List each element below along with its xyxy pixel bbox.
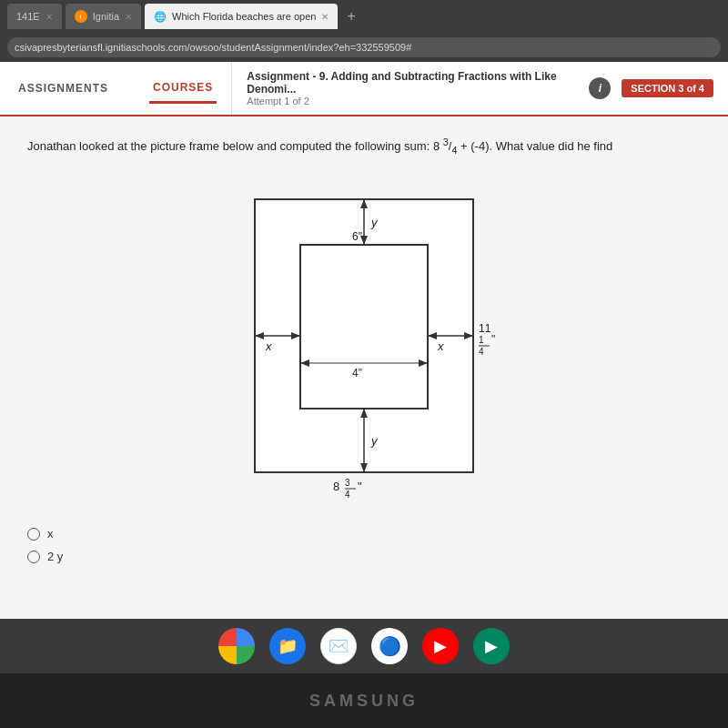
address-input[interactable]: csivapresbyteriansfl.ignitiaschools.com/… — [7, 37, 721, 57]
gmail-icon[interactable]: ✉️ — [320, 628, 357, 664]
svg-text:1: 1 — [479, 335, 484, 345]
tab-ignitia-close[interactable]: ✕ — [125, 12, 132, 22]
browser-tabs: 141E ✕ i Ignitia ✕ 🌐 Which Florida beach… — [0, 0, 728, 33]
svg-text:": " — [358, 480, 362, 493]
tab-141e[interactable]: 141E ✕ — [7, 4, 62, 29]
assignment-info: Assignment - 9. Adding and Subtracting F… — [231, 62, 574, 115]
info-button[interactable]: i — [589, 77, 611, 99]
address-text: csivapresbyteriansfl.ignitiaschools.com/… — [15, 42, 411, 53]
samsung-bar: SAMSUNG — [0, 673, 728, 728]
choice-x-label: x — [47, 527, 54, 541]
svg-text:x: x — [265, 339, 272, 353]
answer-choices: x 2 y — [27, 527, 701, 563]
tab-141e-close[interactable]: ✕ — [46, 12, 53, 22]
svg-rect-1 — [300, 245, 428, 409]
tab-florida-icon: 🌐 — [154, 11, 167, 23]
samsung-text: SAMSUNG — [309, 692, 419, 711]
svg-text:8: 8 — [333, 480, 339, 493]
choice-x[interactable]: x — [27, 527, 701, 541]
tab-ignitia-label: Ignitia — [93, 11, 119, 22]
new-tab-button[interactable]: + — [341, 8, 360, 25]
svg-text:": " — [491, 333, 495, 346]
section-badge: SECTION 3 of 4 — [622, 79, 713, 97]
question-text: Jonathan looked at the picture frame bel… — [27, 135, 701, 157]
nav-courses[interactable]: COURSES — [149, 74, 217, 104]
fraction-den: 4 — [451, 145, 457, 156]
tab-141e-label: 141E — [16, 11, 40, 22]
ignitia-icon: i — [75, 10, 87, 23]
radio-x[interactable] — [27, 528, 40, 541]
svg-text:4": 4" — [352, 367, 362, 379]
taskbar: 📁 ✉️ 🔵 ▶ ▶ — [0, 619, 728, 673]
youtube-icon[interactable]: ▶ — [422, 628, 459, 664]
files-icon[interactable]: 📁 — [269, 628, 306, 664]
diagram-container: y y x x 4" 11 — [27, 172, 701, 509]
tab-ignitia[interactable]: i Ignitia ✕ — [66, 4, 141, 29]
svg-text:6": 6" — [352, 230, 362, 243]
play-icon[interactable]: ▶ — [473, 628, 510, 664]
main-content: Jonathan looked at the picture frame bel… — [0, 116, 728, 673]
tab-florida[interactable]: 🌐 Which Florida beaches are open ✕ — [145, 4, 338, 29]
svg-text:11: 11 — [479, 322, 491, 335]
header-right: i SECTION 3 of 4 — [574, 62, 728, 115]
address-bar: csivapresbyteriansfl.ignitiaschools.com/… — [0, 33, 728, 62]
choice-2y-label: 2 y — [47, 550, 63, 563]
radio-2y[interactable] — [27, 551, 40, 563]
svg-text:4: 4 — [479, 347, 484, 357]
svg-text:3: 3 — [345, 478, 350, 488]
attempt-label: Attempt 1 of 2 — [247, 96, 560, 106]
nav-left: ASSIGNMENTS COURSES — [0, 62, 231, 115]
picture-frame-diagram: y y x x 4" 11 — [209, 172, 519, 509]
choice-2y[interactable]: 2 y — [27, 550, 701, 563]
tab-florida-close[interactable]: ✕ — [321, 12, 329, 22]
tab-florida-label: Which Florida beaches are open — [172, 11, 316, 22]
nav-assignments[interactable]: ASSIGNMENTS — [15, 75, 112, 102]
svg-text:4: 4 — [345, 490, 350, 500]
fraction-num: 3 — [443, 136, 449, 147]
assignment-title: Assignment - 9. Adding and Subtracting F… — [247, 70, 560, 96]
svg-text:x: x — [437, 339, 444, 353]
app-header: ASSIGNMENTS COURSES Assignment - 9. Addi… — [0, 62, 728, 116]
photos-icon[interactable]: 🔵 — [371, 628, 408, 664]
chrome-icon[interactable] — [218, 628, 255, 664]
